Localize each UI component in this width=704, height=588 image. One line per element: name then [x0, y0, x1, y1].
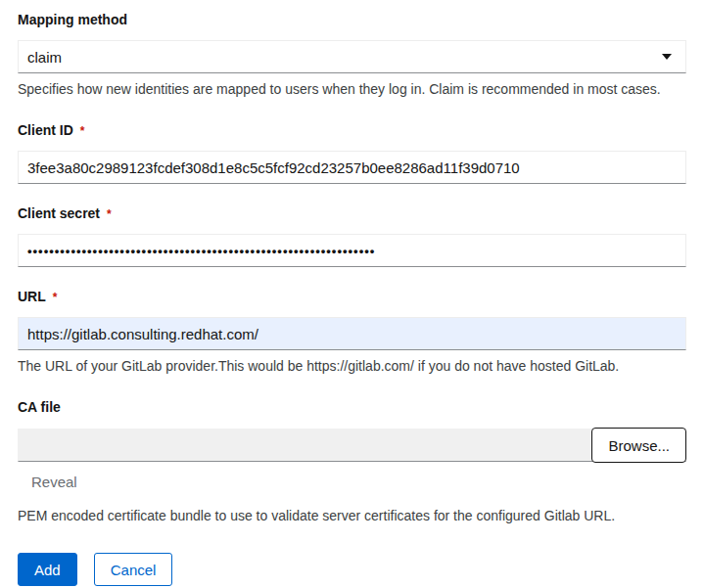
url-label: URL: [18, 289, 46, 304]
mapping-method-select[interactable]: claim: [18, 40, 686, 73]
client-secret-label: Client secret: [18, 205, 100, 221]
ca-file-label-row: CA file: [18, 399, 686, 415]
ca-file-help: PEM encoded certificate bundle to use to…: [18, 508, 686, 524]
form-actions: Add Cancel: [18, 553, 686, 586]
identity-provider-form: Mapping method claim Specifies how new i…: [0, 0, 704, 588]
ca-file-label: CA file: [18, 399, 61, 415]
client-secret-label-row: Client secret *: [18, 205, 686, 221]
client-secret-input[interactable]: [18, 234, 686, 267]
required-asterisk-icon: *: [80, 124, 85, 138]
url-input[interactable]: [18, 317, 686, 350]
url-help: The URL of your GitLab provider.This wou…: [18, 358, 686, 375]
mapping-method-group: Mapping method claim Specifies how new i…: [18, 12, 686, 98]
client-id-label: Client ID: [18, 122, 73, 138]
url-group: URL * The URL of your GitLab provider.Th…: [18, 289, 686, 375]
ca-file-group: CA file Browse... Reveal PEM encoded cer…: [18, 399, 686, 524]
required-asterisk-icon: *: [107, 207, 112, 221]
chevron-down-icon: [662, 54, 672, 60]
client-id-input[interactable]: [18, 151, 686, 184]
ca-file-filename-input[interactable]: [18, 429, 686, 462]
mapping-method-help: Specifies how new identities are mapped …: [18, 81, 686, 98]
required-asterisk-icon: *: [53, 291, 58, 304]
add-button[interactable]: Add: [18, 553, 77, 586]
mapping-method-label-row: Mapping method: [18, 12, 686, 27]
browse-button[interactable]: Browse...: [591, 428, 686, 463]
cancel-button[interactable]: Cancel: [94, 553, 173, 586]
client-id-label-row: Client ID *: [18, 122, 686, 138]
mapping-method-selected-value: claim: [27, 49, 62, 66]
client-id-group: Client ID *: [18, 122, 686, 184]
reveal-button[interactable]: Reveal: [31, 474, 77, 490]
ca-file-upload-row: Browse...: [18, 428, 686, 463]
url-label-row: URL *: [18, 289, 686, 304]
mapping-method-label: Mapping method: [18, 12, 127, 27]
client-secret-group: Client secret *: [18, 205, 686, 267]
